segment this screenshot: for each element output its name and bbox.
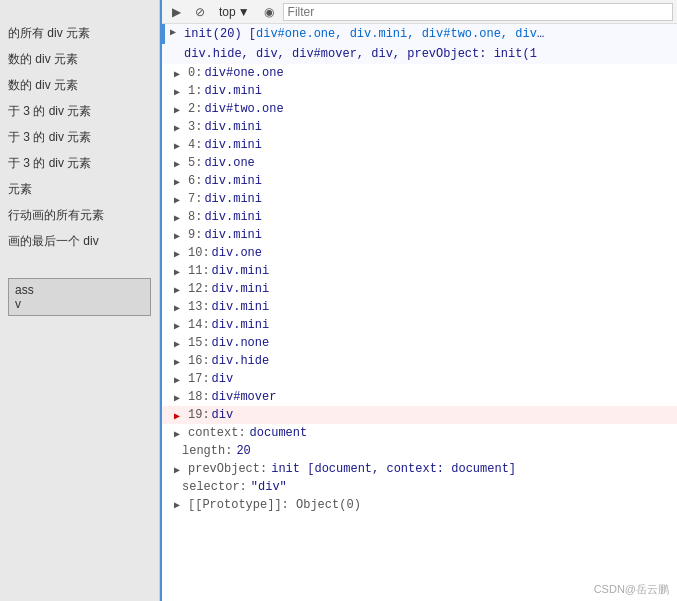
- sidebar: 的所有 div 元素 数的 div 元素 数的 div 元素 于 3 的 div…: [0, 0, 160, 601]
- item-value-15: div.none: [212, 334, 270, 352]
- stop-button[interactable]: ⊘: [190, 3, 210, 21]
- item-index-15: 15:: [188, 334, 210, 352]
- item-index-18: 18:: [188, 388, 210, 406]
- sidebar-item-1[interactable]: 的所有 div 元素: [0, 20, 159, 46]
- tree-item-7: 7: div.mini: [162, 190, 677, 208]
- tree-item-13: 13: div.mini: [162, 298, 677, 316]
- item-value-19: div: [212, 406, 234, 424]
- tree-arrow-12[interactable]: [174, 283, 186, 295]
- item-index-3: 3:: [188, 118, 202, 136]
- selector-item: selector: "div": [162, 478, 677, 496]
- sidebar-item-6[interactable]: 于 3 的 div 元素: [0, 150, 159, 176]
- item-value-4: div.mini: [204, 136, 262, 154]
- item-value-7: div.mini: [204, 190, 262, 208]
- console-area: init(20) [div#one.one, div.mini, div#two…: [162, 24, 677, 601]
- tree-arrow-18[interactable]: [174, 391, 186, 403]
- tree-item-6: 6: div.mini: [162, 172, 677, 190]
- tree-item-0: 0: div#one.one: [162, 64, 677, 82]
- context-expand-arrow[interactable]: [174, 427, 186, 439]
- tree-arrow-7[interactable]: [174, 193, 186, 205]
- tree-arrow-17[interactable]: [174, 373, 186, 385]
- proto-expand-arrow[interactable]: [174, 499, 186, 511]
- tree-item-17: 17: div: [162, 370, 677, 388]
- tree-item-14: 14: div.mini: [162, 316, 677, 334]
- tree-arrow-11[interactable]: [174, 265, 186, 277]
- item-index-17: 17:: [188, 370, 210, 388]
- eye-button[interactable]: ◉: [259, 3, 279, 21]
- tree-item-15: 15: div.none: [162, 334, 677, 352]
- tree-item-4: 4: div.mini: [162, 136, 677, 154]
- tree-arrow-6[interactable]: [174, 175, 186, 187]
- tree-item-9: 9: div.mini: [162, 226, 677, 244]
- tree-arrow-4[interactable]: [174, 139, 186, 151]
- tree-arrow-14[interactable]: [174, 319, 186, 331]
- item-value-16: div.hide: [212, 352, 270, 370]
- sidebar-item-9[interactable]: 画的最后一个 div: [0, 228, 159, 254]
- tree-arrow-15[interactable]: [174, 337, 186, 349]
- item-value-8: div.mini: [204, 208, 262, 226]
- sidebar-item-8[interactable]: 行动画的所有元素: [0, 202, 159, 228]
- top-dropdown[interactable]: top ▼: [214, 3, 255, 21]
- prototype-item: [[Prototype]]: Object(0): [162, 496, 677, 514]
- item-value-18: div#mover: [212, 388, 277, 406]
- sidebar-item-7[interactable]: 元素: [0, 176, 159, 202]
- item-index-16: 16:: [188, 352, 210, 370]
- tree-item-3: 3: div.mini: [162, 118, 677, 136]
- item-value-0: div#one.one: [204, 64, 283, 82]
- init-prefix: init(20) [: [184, 25, 256, 43]
- tree-arrow-0[interactable]: [174, 67, 186, 79]
- item-index-8: 8:: [188, 208, 202, 226]
- item-index-1: 1:: [188, 82, 202, 100]
- item-value-9: div.mini: [204, 226, 262, 244]
- tree-arrow-9[interactable]: [174, 229, 186, 241]
- sidebar-item-3[interactable]: 数的 div 元素: [0, 72, 159, 98]
- play-button[interactable]: ▶: [166, 3, 186, 21]
- sidebar-item-5[interactable]: 于 3 的 div 元素: [0, 124, 159, 150]
- item-index-0: 0:: [188, 64, 202, 82]
- tree-arrow-5[interactable]: [174, 157, 186, 169]
- top-label: top: [219, 5, 236, 19]
- sidebar-item-4[interactable]: 于 3 的 div 元素: [0, 98, 159, 124]
- item-value-12: div.mini: [212, 280, 270, 298]
- tree-item-19: 19: div: [162, 406, 677, 424]
- tree-arrow-19[interactable]: [174, 409, 186, 421]
- tree-item-12: 12: div.mini: [162, 280, 677, 298]
- tree-arrow-13[interactable]: [174, 301, 186, 313]
- filter-input[interactable]: [283, 3, 673, 21]
- item-index-12: 12:: [188, 280, 210, 298]
- item-index-6: 6:: [188, 172, 202, 190]
- tree-item-2: 2: div#two.one: [162, 100, 677, 118]
- item-index-11: 11:: [188, 262, 210, 280]
- tree-item-5: 5: div.one: [162, 154, 677, 172]
- context-item: context: document: [162, 424, 677, 442]
- tree-arrow-16[interactable]: [174, 355, 186, 367]
- item-index-9: 9:: [188, 226, 202, 244]
- init-expand-arrow[interactable]: [170, 25, 182, 37]
- item-value-11: div.mini: [212, 262, 270, 280]
- tree-item-8: 8: div.mini: [162, 208, 677, 226]
- tree-item-10: 10: div.one: [162, 244, 677, 262]
- tree-container: 0: div#one.one1: div.mini2: div#two.one3…: [162, 64, 677, 424]
- tree-item-16: 16: div.hide: [162, 352, 677, 370]
- dropdown-arrow-icon: ▼: [238, 5, 250, 19]
- item-index-10: 10:: [188, 244, 210, 262]
- item-value-3: div.mini: [204, 118, 262, 136]
- tree-arrow-1[interactable]: [174, 85, 186, 97]
- init-line: init(20) [div#one.one, div.mini, div#two…: [162, 24, 677, 44]
- tree-arrow-8[interactable]: [174, 211, 186, 223]
- length-item: length: 20: [162, 442, 677, 460]
- item-index-19: 19:: [188, 406, 210, 424]
- item-value-10: div.one: [212, 244, 262, 262]
- tree-arrow-10[interactable]: [174, 247, 186, 259]
- sidebar-box-1: ass v: [8, 278, 151, 316]
- item-value-17: div: [212, 370, 234, 388]
- tree-arrow-3[interactable]: [174, 121, 186, 133]
- item-index-14: 14:: [188, 316, 210, 334]
- prevobject-expand-arrow[interactable]: [174, 463, 186, 475]
- prevobject-item: prevObject: init [document, context: doc…: [162, 460, 677, 478]
- item-value-5: div.one: [204, 154, 254, 172]
- tree-arrow-2[interactable]: [174, 103, 186, 115]
- sidebar-item-2[interactable]: 数的 div 元素: [0, 46, 159, 72]
- tree-item-18: 18: div#mover: [162, 388, 677, 406]
- item-index-2: 2:: [188, 100, 202, 118]
